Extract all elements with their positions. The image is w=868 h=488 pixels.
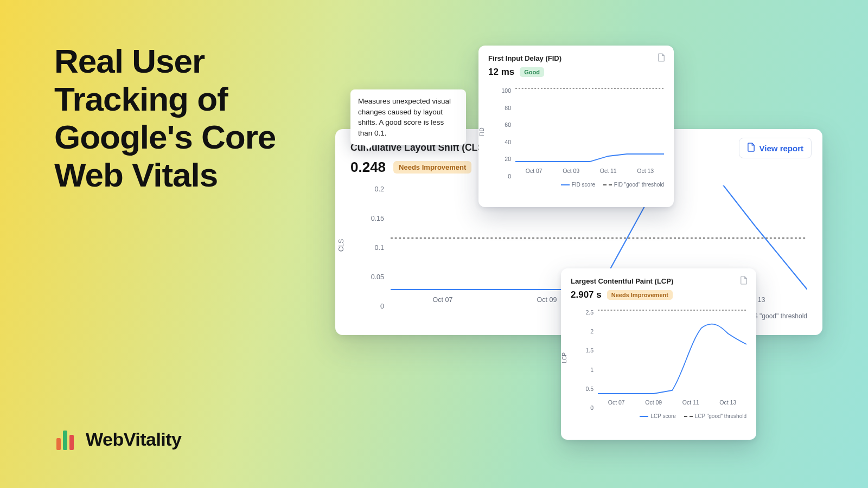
fid-legend: FID score FID "good" threshold — [488, 182, 664, 188]
document-icon[interactable] — [740, 276, 748, 285]
fid-value: 12 ms — [488, 67, 514, 78]
fid-badge: Good — [520, 67, 544, 77]
page-headline: Real User Tracking of Google's Core Web … — [54, 42, 315, 194]
fid-y-ticks: 100 80 60 40 20 0 — [495, 87, 511, 179]
cls-badge: Needs Improvement — [393, 161, 471, 174]
lcp-badge: Needs Improvement — [607, 290, 673, 300]
fid-ylabel: FID — [479, 127, 485, 136]
document-icon — [747, 143, 755, 153]
lcp-y-ticks: 2.5 2 1.5 1 0.5 0 — [577, 309, 593, 411]
document-icon[interactable] — [658, 53, 665, 62]
fid-x-ticks: Oct 07 Oct 09 Oct 11 Oct 13 — [515, 168, 664, 174]
lcp-x-ticks: Oct 07 Oct 09 Oct 11 Oct 13 — [598, 399, 746, 406]
fid-plot — [515, 87, 664, 163]
lcp-title: Largest Contentful Paint (LCP) — [571, 277, 746, 285]
brand-name: WebVitality — [86, 429, 182, 450]
cls-value: 0.248 — [350, 159, 386, 176]
lcp-plot — [598, 309, 746, 395]
fid-title: First Input Delay (FID) — [488, 54, 664, 62]
cls-y-ticks: 0.2 0.15 0.1 0.05 0 — [360, 185, 384, 310]
view-report-label: View report — [760, 144, 803, 153]
cls-ylabel: CLS — [337, 239, 345, 252]
view-report-button[interactable]: View report — [739, 138, 812, 158]
lcp-value: 2.907 s — [571, 290, 602, 300]
bar-chart-icon — [54, 428, 76, 450]
lcp-card: Largest Contentful Paint (LCP) 2.907 s N… — [561, 268, 756, 440]
fid-card: First Input Delay (FID) 12 ms Good FID 1… — [478, 46, 674, 207]
lcp-legend: LCP score LCP "good" threshold — [571, 413, 746, 419]
cls-tooltip: Measures unexpected visual changes cause… — [350, 89, 466, 145]
brand: WebVitality — [54, 428, 182, 450]
lcp-ylabel: LCP — [561, 352, 567, 363]
